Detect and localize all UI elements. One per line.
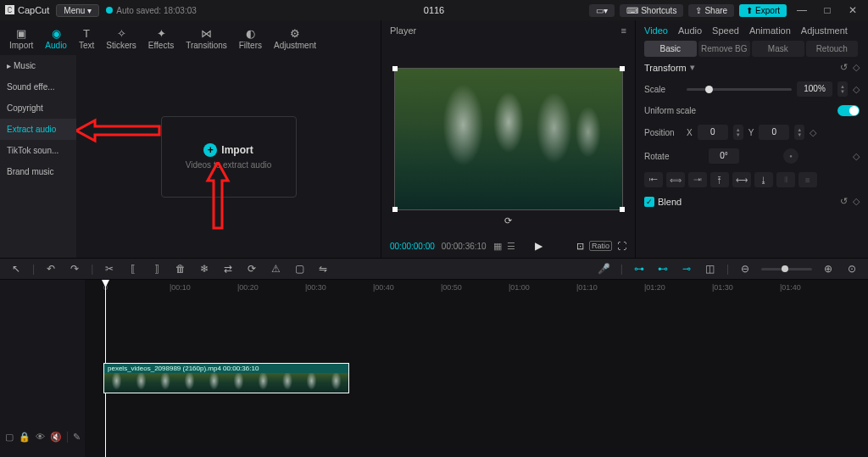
- mic-button[interactable]: 🎤: [597, 261, 612, 276]
- resize-handle-tr[interactable]: [620, 66, 625, 71]
- rotate-button[interactable]: ⟳: [244, 261, 259, 276]
- snap-on-1[interactable]: ⊶: [632, 261, 647, 276]
- scale-stepper[interactable]: ▲▼: [837, 81, 848, 97]
- tab-text[interactable]: TText: [73, 24, 100, 55]
- redo-button[interactable]: ↷: [67, 261, 82, 276]
- ins-tab-speed[interactable]: Speed: [712, 25, 739, 36]
- position-y-value[interactable]: 0: [759, 125, 789, 140]
- tab-import[interactable]: ▣Import: [3, 24, 39, 55]
- scale-keyframe[interactable]: ◇: [853, 84, 860, 95]
- track-lock-icon[interactable]: 🔒: [19, 432, 31, 443]
- rotate-handle-icon[interactable]: ⟳: [504, 215, 512, 226]
- cat-extract-audio[interactable]: Extract audio: [0, 119, 76, 140]
- align-center-h[interactable]: ⟺: [666, 172, 685, 187]
- layout-button[interactable]: ▭▾: [589, 4, 615, 17]
- resize-handle-br[interactable]: [620, 207, 625, 212]
- close-button[interactable]: ✕: [843, 2, 863, 19]
- uniform-scale-toggle[interactable]: [837, 105, 860, 116]
- video-clip[interactable]: pexels_videos_2098989 (2160p).mp4 00:00:…: [103, 363, 349, 393]
- export-button[interactable]: ⬆ Export: [739, 4, 787, 17]
- track-visible-icon[interactable]: 👁: [36, 432, 45, 442]
- undo-button[interactable]: ↶: [43, 261, 58, 276]
- distribute-v[interactable]: ≡: [798, 172, 817, 187]
- scale-value[interactable]: 100%: [797, 81, 832, 97]
- blend-checkbox[interactable]: ✓: [644, 197, 654, 207]
- align-left[interactable]: ⭰: [644, 172, 663, 187]
- trim-left-button[interactable]: ⟦: [125, 261, 141, 276]
- select-tool[interactable]: ↖: [8, 261, 24, 276]
- cat-copyright[interactable]: Copyright: [0, 98, 76, 119]
- subtab-remove-bg[interactable]: Remove BG: [698, 41, 751, 57]
- ratio-button[interactable]: Ratio: [589, 241, 612, 251]
- preview-toggle[interactable]: ◫: [703, 261, 718, 276]
- rotate-keyframe[interactable]: ◇: [853, 151, 860, 162]
- zoom-slider[interactable]: [761, 268, 812, 270]
- mirror-button[interactable]: ⇄: [220, 261, 236, 276]
- freeze-button[interactable]: ❄: [197, 261, 212, 276]
- align-bottom[interactable]: ⭳: [754, 172, 773, 187]
- play-button[interactable]: ▶: [535, 240, 542, 252]
- cat-tiktok-sound[interactable]: TikTok soun...: [0, 140, 76, 161]
- tab-effects[interactable]: ✦Effects: [142, 24, 180, 55]
- ins-tab-video[interactable]: Video: [644, 25, 668, 36]
- share-button[interactable]: ⇪ Share: [688, 4, 734, 17]
- fullscreen-icon[interactable]: ⛶: [617, 241, 626, 251]
- menu-button[interactable]: Menu ▾: [56, 4, 99, 17]
- delete-button[interactable]: 🗑: [173, 261, 188, 276]
- align-right[interactable]: ⭲: [688, 172, 707, 187]
- ins-tab-adjustment[interactable]: Adjustment: [801, 25, 848, 36]
- subtab-retouch[interactable]: Retouch: [806, 41, 859, 57]
- zoom-out-button[interactable]: ⊖: [737, 261, 753, 276]
- grid-view-icon[interactable]: ▦: [493, 241, 502, 252]
- zoom-in-button[interactable]: ⊕: [821, 261, 836, 276]
- rotate-value[interactable]: 0°: [709, 148, 739, 164]
- rotate-dial[interactable]: ●: [783, 148, 798, 164]
- cat-brand-music[interactable]: Brand music: [0, 161, 76, 182]
- tab-audio[interactable]: ◉Audio: [39, 24, 73, 55]
- x-stepper[interactable]: ▲▼: [733, 125, 743, 140]
- warn-button[interactable]: ⚠: [268, 261, 283, 276]
- ins-tab-animation[interactable]: Animation: [749, 25, 791, 36]
- timeline-ruler[interactable]: 0 |00:10 |00:20 |00:30 |00:40 |00:50 |01…: [85, 280, 868, 297]
- blend-reset-icon[interactable]: ↺: [840, 196, 848, 207]
- maximize-button[interactable]: □: [817, 2, 837, 19]
- video-preview[interactable]: ⟳: [394, 68, 623, 210]
- position-x-value[interactable]: 0: [698, 125, 728, 140]
- tab-filters[interactable]: ◐Filters: [233, 24, 268, 55]
- reset-icon[interactable]: ↺: [840, 62, 848, 73]
- list-view-icon[interactable]: ☰: [507, 241, 515, 252]
- snap-on-2[interactable]: ⊷: [655, 261, 670, 276]
- import-box[interactable]: + Import Videos to extract audio: [161, 116, 297, 198]
- split-button[interactable]: ✂: [102, 261, 117, 276]
- resize-handle-bl[interactable]: [392, 207, 398, 212]
- position-keyframe[interactable]: ◇: [810, 127, 816, 138]
- minimize-button[interactable]: —: [792, 2, 812, 19]
- shortcuts-button[interactable]: ⌨ Shortcuts: [620, 4, 683, 17]
- scale-slider[interactable]: [687, 88, 792, 91]
- edit-track-icon[interactable]: ✎: [67, 432, 81, 443]
- player-menu-icon[interactable]: ≡: [621, 25, 626, 36]
- keyframe-icon[interactable]: ◇: [853, 62, 860, 73]
- cat-sound-effects[interactable]: Sound effe...: [0, 76, 76, 98]
- cat-music[interactable]: ▸Music: [0, 55, 76, 76]
- distribute-h[interactable]: ⫴: [776, 172, 795, 187]
- tab-transitions[interactable]: ⋈Transitions: [180, 24, 233, 55]
- tab-stickers[interactable]: ✧Stickers: [100, 24, 142, 55]
- resize-handle-tl[interactable]: [392, 66, 398, 71]
- subtab-mask[interactable]: Mask: [752, 41, 804, 57]
- ins-tab-audio[interactable]: Audio: [678, 25, 702, 36]
- track-mute-icon[interactable]: 🔇: [50, 432, 62, 443]
- scale-fit-icon[interactable]: ⊡: [576, 241, 584, 252]
- tab-adjustment[interactable]: ⚙Adjustment: [268, 24, 322, 55]
- zoom-fit-button[interactable]: ⊙: [844, 261, 860, 276]
- trim-right-button[interactable]: ⟧: [149, 261, 164, 276]
- blend-keyframe[interactable]: ◇: [853, 196, 860, 207]
- subtab-basic[interactable]: Basic: [644, 41, 697, 57]
- align-top[interactable]: ⭱: [710, 172, 729, 187]
- crop-button[interactable]: ▢: [292, 261, 307, 276]
- collapse-icon[interactable]: ▾: [690, 62, 695, 73]
- y-stepper[interactable]: ▲▼: [794, 125, 804, 140]
- reverse-button[interactable]: ⇋: [315, 261, 331, 276]
- cover-toggle-icon[interactable]: ▢: [5, 432, 14, 443]
- snap-on-3[interactable]: ⊸: [679, 261, 694, 276]
